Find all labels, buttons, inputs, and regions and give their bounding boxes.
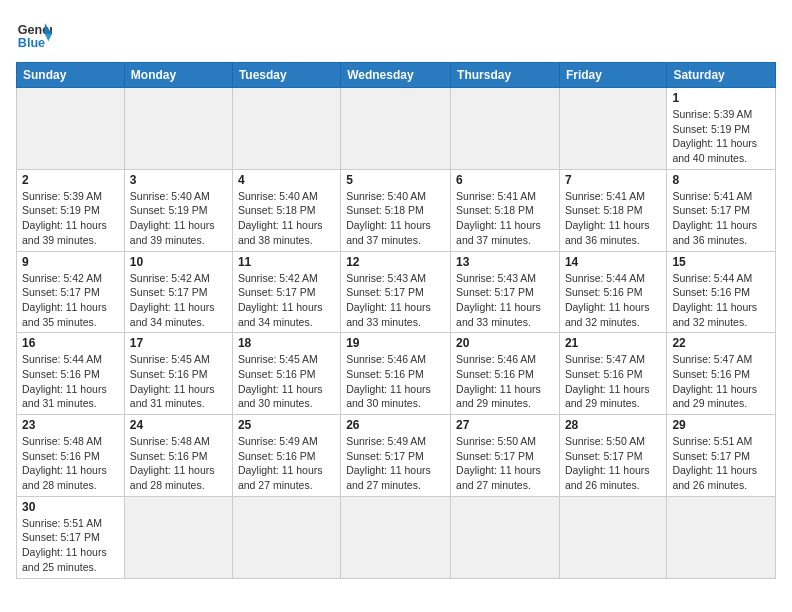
day-number: 2 (22, 173, 119, 187)
calendar-day-cell: 3Sunrise: 5:40 AMSunset: 5:19 PMDaylight… (124, 169, 232, 251)
day-number: 20 (456, 336, 554, 350)
day-number: 8 (672, 173, 770, 187)
day-info: Sunrise: 5:41 AMSunset: 5:18 PMDaylight:… (565, 189, 661, 248)
day-info: Sunrise: 5:46 AMSunset: 5:16 PMDaylight:… (456, 352, 554, 411)
calendar-day-cell (559, 496, 666, 578)
day-info: Sunrise: 5:46 AMSunset: 5:16 PMDaylight:… (346, 352, 445, 411)
calendar-table: SundayMondayTuesdayWednesdayThursdayFrid… (16, 62, 776, 579)
day-info: Sunrise: 5:48 AMSunset: 5:16 PMDaylight:… (130, 434, 227, 493)
svg-text:Blue: Blue (18, 36, 45, 50)
day-number: 30 (22, 500, 119, 514)
calendar-day-cell: 27Sunrise: 5:50 AMSunset: 5:17 PMDayligh… (451, 415, 560, 497)
svg-marker-3 (45, 34, 52, 41)
day-info: Sunrise: 5:44 AMSunset: 5:16 PMDaylight:… (565, 271, 661, 330)
day-number: 3 (130, 173, 227, 187)
day-info: Sunrise: 5:41 AMSunset: 5:17 PMDaylight:… (672, 189, 770, 248)
calendar-day-cell: 6Sunrise: 5:41 AMSunset: 5:18 PMDaylight… (451, 169, 560, 251)
day-number: 18 (238, 336, 335, 350)
col-header-thursday: Thursday (451, 63, 560, 88)
page-header: General Blue (16, 16, 776, 52)
calendar-day-cell: 8Sunrise: 5:41 AMSunset: 5:17 PMDaylight… (667, 169, 776, 251)
day-info: Sunrise: 5:40 AMSunset: 5:18 PMDaylight:… (238, 189, 335, 248)
col-header-tuesday: Tuesday (232, 63, 340, 88)
logo: General Blue (16, 16, 56, 52)
calendar-week-1: 2Sunrise: 5:39 AMSunset: 5:19 PMDaylight… (17, 169, 776, 251)
day-info: Sunrise: 5:44 AMSunset: 5:16 PMDaylight:… (22, 352, 119, 411)
calendar-week-4: 23Sunrise: 5:48 AMSunset: 5:16 PMDayligh… (17, 415, 776, 497)
calendar-week-0: 1Sunrise: 5:39 AMSunset: 5:19 PMDaylight… (17, 88, 776, 170)
day-info: Sunrise: 5:49 AMSunset: 5:16 PMDaylight:… (238, 434, 335, 493)
day-info: Sunrise: 5:47 AMSunset: 5:16 PMDaylight:… (672, 352, 770, 411)
day-number: 17 (130, 336, 227, 350)
calendar-day-cell: 19Sunrise: 5:46 AMSunset: 5:16 PMDayligh… (341, 333, 451, 415)
day-info: Sunrise: 5:42 AMSunset: 5:17 PMDaylight:… (238, 271, 335, 330)
calendar-week-2: 9Sunrise: 5:42 AMSunset: 5:17 PMDaylight… (17, 251, 776, 333)
col-header-monday: Monday (124, 63, 232, 88)
day-number: 24 (130, 418, 227, 432)
day-info: Sunrise: 5:51 AMSunset: 5:17 PMDaylight:… (672, 434, 770, 493)
logo-icon: General Blue (16, 16, 52, 52)
day-info: Sunrise: 5:45 AMSunset: 5:16 PMDaylight:… (238, 352, 335, 411)
day-number: 22 (672, 336, 770, 350)
day-number: 12 (346, 255, 445, 269)
day-number: 23 (22, 418, 119, 432)
day-number: 26 (346, 418, 445, 432)
day-info: Sunrise: 5:40 AMSunset: 5:19 PMDaylight:… (130, 189, 227, 248)
calendar-day-cell: 30Sunrise: 5:51 AMSunset: 5:17 PMDayligh… (17, 496, 125, 578)
calendar-day-cell: 28Sunrise: 5:50 AMSunset: 5:17 PMDayligh… (559, 415, 666, 497)
day-info: Sunrise: 5:40 AMSunset: 5:18 PMDaylight:… (346, 189, 445, 248)
calendar-day-cell: 4Sunrise: 5:40 AMSunset: 5:18 PMDaylight… (232, 169, 340, 251)
col-header-friday: Friday (559, 63, 666, 88)
day-info: Sunrise: 5:45 AMSunset: 5:16 PMDaylight:… (130, 352, 227, 411)
col-header-sunday: Sunday (17, 63, 125, 88)
day-number: 5 (346, 173, 445, 187)
calendar-day-cell: 23Sunrise: 5:48 AMSunset: 5:16 PMDayligh… (17, 415, 125, 497)
day-number: 6 (456, 173, 554, 187)
calendar-day-cell: 14Sunrise: 5:44 AMSunset: 5:16 PMDayligh… (559, 251, 666, 333)
day-info: Sunrise: 5:50 AMSunset: 5:17 PMDaylight:… (456, 434, 554, 493)
day-number: 1 (672, 91, 770, 105)
day-info: Sunrise: 5:50 AMSunset: 5:17 PMDaylight:… (565, 434, 661, 493)
day-info: Sunrise: 5:39 AMSunset: 5:19 PMDaylight:… (672, 107, 770, 166)
day-number: 19 (346, 336, 445, 350)
calendar-day-cell: 2Sunrise: 5:39 AMSunset: 5:19 PMDaylight… (17, 169, 125, 251)
day-number: 29 (672, 418, 770, 432)
calendar-day-cell: 22Sunrise: 5:47 AMSunset: 5:16 PMDayligh… (667, 333, 776, 415)
col-header-wednesday: Wednesday (341, 63, 451, 88)
day-number: 14 (565, 255, 661, 269)
day-info: Sunrise: 5:42 AMSunset: 5:17 PMDaylight:… (130, 271, 227, 330)
calendar-day-cell: 16Sunrise: 5:44 AMSunset: 5:16 PMDayligh… (17, 333, 125, 415)
calendar-day-cell: 11Sunrise: 5:42 AMSunset: 5:17 PMDayligh… (232, 251, 340, 333)
calendar-day-cell (124, 496, 232, 578)
day-number: 15 (672, 255, 770, 269)
calendar-day-cell (124, 88, 232, 170)
calendar-day-cell: 29Sunrise: 5:51 AMSunset: 5:17 PMDayligh… (667, 415, 776, 497)
day-info: Sunrise: 5:48 AMSunset: 5:16 PMDaylight:… (22, 434, 119, 493)
calendar-day-cell: 25Sunrise: 5:49 AMSunset: 5:16 PMDayligh… (232, 415, 340, 497)
calendar-day-cell: 15Sunrise: 5:44 AMSunset: 5:16 PMDayligh… (667, 251, 776, 333)
calendar-day-cell: 9Sunrise: 5:42 AMSunset: 5:17 PMDaylight… (17, 251, 125, 333)
calendar-day-cell (17, 88, 125, 170)
day-info: Sunrise: 5:43 AMSunset: 5:17 PMDaylight:… (346, 271, 445, 330)
calendar-week-5: 30Sunrise: 5:51 AMSunset: 5:17 PMDayligh… (17, 496, 776, 578)
calendar-day-cell: 10Sunrise: 5:42 AMSunset: 5:17 PMDayligh… (124, 251, 232, 333)
day-number: 13 (456, 255, 554, 269)
calendar-header-row: SundayMondayTuesdayWednesdayThursdayFrid… (17, 63, 776, 88)
day-info: Sunrise: 5:42 AMSunset: 5:17 PMDaylight:… (22, 271, 119, 330)
day-number: 9 (22, 255, 119, 269)
calendar-day-cell (559, 88, 666, 170)
day-number: 27 (456, 418, 554, 432)
day-number: 10 (130, 255, 227, 269)
calendar-day-cell (667, 496, 776, 578)
calendar-day-cell: 13Sunrise: 5:43 AMSunset: 5:17 PMDayligh… (451, 251, 560, 333)
calendar-day-cell (341, 88, 451, 170)
calendar-day-cell (232, 88, 340, 170)
day-number: 21 (565, 336, 661, 350)
calendar-day-cell: 1Sunrise: 5:39 AMSunset: 5:19 PMDaylight… (667, 88, 776, 170)
day-info: Sunrise: 5:44 AMSunset: 5:16 PMDaylight:… (672, 271, 770, 330)
calendar-day-cell: 5Sunrise: 5:40 AMSunset: 5:18 PMDaylight… (341, 169, 451, 251)
calendar-day-cell: 7Sunrise: 5:41 AMSunset: 5:18 PMDaylight… (559, 169, 666, 251)
day-number: 4 (238, 173, 335, 187)
day-number: 16 (22, 336, 119, 350)
calendar-day-cell (451, 496, 560, 578)
